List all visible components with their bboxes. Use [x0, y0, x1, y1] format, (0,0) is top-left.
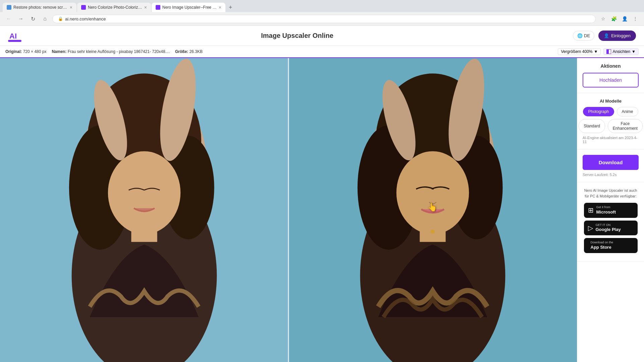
- apple-line1: Download on the: [591, 241, 613, 245]
- name-label: Namen:: [52, 49, 66, 54]
- tab-3[interactable]: Nero Image Upscaler--Free Phot... ×: [152, 3, 225, 12]
- promo-text: Nero AI Image Upscaler ist auch für PC &…: [583, 188, 639, 199]
- tab-2[interactable]: Nero Colorize Photo-Colorize Yo... ×: [77, 3, 151, 12]
- google-play-icon: ▷: [588, 224, 593, 232]
- app-store-text: Download on the App Store: [591, 241, 613, 250]
- home-button[interactable]: ⌂: [40, 14, 50, 23]
- google-line1: GET IT ON: [596, 223, 621, 227]
- reload-button[interactable]: ↻: [28, 14, 38, 23]
- svg-point-23: [431, 230, 435, 234]
- profile-icon[interactable]: 👤: [620, 14, 629, 23]
- svg-rect-2: [8, 40, 21, 42]
- name-value: Frau sehr kleine Auflösung - pixabay 186…: [68, 49, 170, 54]
- image-divider: [288, 58, 289, 362]
- globe-icon: 🌐: [577, 33, 583, 38]
- image-area: 👆: [0, 58, 577, 362]
- size-label: Größe:: [175, 49, 188, 54]
- tab-favicon-3: [156, 5, 160, 10]
- server-time: Server-Laufzeit: 5.2s: [583, 173, 639, 177]
- bookmark-icon[interactable]: ☆: [598, 14, 608, 23]
- tab-label-2: Nero Colorize Photo-Colorize Yo...: [88, 5, 142, 10]
- zoom-chevron-icon: ▼: [594, 49, 598, 54]
- app-store-button[interactable]: Download on the App Store: [584, 238, 638, 253]
- tab-close-2[interactable]: ×: [144, 5, 147, 10]
- original-image-half: [0, 58, 288, 362]
- original-label: Original:: [5, 49, 22, 54]
- tab-1[interactable]: Restore photos: remove scratch... ×: [3, 3, 76, 12]
- tab-close-1[interactable]: ×: [70, 5, 72, 10]
- address-bar[interactable]: 🔒 ai.nero.com/enhance: [52, 15, 596, 23]
- main-layout: 👆 Aktionen Hochladen AI Modelle Photogra…: [0, 58, 644, 362]
- browser-chrome: Restore photos: remove scratch... × Nero…: [0, 0, 644, 26]
- nav-icons: ☆ 🧩 👤 ⋮: [598, 14, 640, 23]
- extensions-icon[interactable]: 🧩: [609, 14, 619, 23]
- model-photograph-button[interactable]: Photograph: [583, 107, 614, 116]
- zoom-label: Vergrößern 400%: [561, 49, 592, 54]
- file-size: Größe: 26.3KB: [175, 49, 203, 54]
- promo-section: Nero AI Image Upscaler ist auch für PC &…: [577, 182, 644, 261]
- original-size: Original: 720 × 480 px: [5, 49, 46, 54]
- lock-icon: 🔒: [58, 16, 63, 21]
- file-name: Namen: Frau sehr kleine Auflösung - pixa…: [52, 49, 170, 54]
- page-title: Image Upscaler Online: [261, 32, 333, 40]
- actions-section: Aktionen Hochladen: [577, 58, 644, 93]
- model-face-button[interactable]: Face Enhancement: [608, 119, 643, 133]
- nav-bar: ← → ↻ ⌂ 🔒 ai.nero.com/enhance ☆ 🧩 👤 ⋮: [0, 12, 644, 25]
- login-label: Einloggen: [611, 33, 631, 38]
- grid-icon: [606, 49, 611, 54]
- google-play-text: GET IT ON Google Play: [596, 223, 621, 233]
- original-svg: [0, 58, 288, 362]
- lang-label: DE: [584, 33, 590, 38]
- svg-rect-12: [131, 221, 157, 242]
- microsoft-store-button[interactable]: ⊞ Get it from Microsoft: [584, 203, 638, 218]
- back-button[interactable]: ←: [4, 14, 13, 23]
- model-standard-button[interactable]: Standard: [579, 119, 605, 133]
- tab-label-1: Restore photos: remove scratch...: [13, 5, 68, 10]
- model-anime-button[interactable]: Anime: [617, 107, 638, 116]
- microsoft-store-text: Get it from Microsoft: [596, 205, 616, 215]
- login-button[interactable]: 👤 Einloggen: [598, 31, 636, 41]
- app-header: AI Image Upscaler Online 🌐 DE 👤 Einlogge…: [0, 26, 644, 46]
- toolbar: Original: 720 × 480 px Namen: Frau sehr …: [0, 46, 644, 58]
- svg-text:AI: AI: [9, 32, 17, 40]
- tab-favicon-2: [81, 5, 86, 10]
- view-chevron-icon: ▼: [632, 49, 636, 54]
- new-tab-button[interactable]: +: [226, 4, 235, 11]
- actions-title: Aktionen: [583, 63, 639, 69]
- zoom-dropdown[interactable]: Vergrößern 400% ▼: [558, 48, 601, 55]
- forward-button[interactable]: →: [16, 14, 25, 23]
- toolbar-right: Vergrößern 400% ▼ Ansichten ▼: [558, 48, 639, 55]
- upload-button[interactable]: Hochladen: [583, 73, 639, 87]
- download-button[interactable]: Download: [583, 155, 639, 170]
- download-section: Download Server-Laufzeit: 5.2s: [577, 149, 644, 182]
- tab-bar: Restore photos: remove scratch... × Nero…: [0, 0, 644, 12]
- language-button[interactable]: 🌐 DE: [573, 31, 594, 41]
- google-play-button[interactable]: ▷ GET IT ON Google Play: [584, 221, 638, 236]
- view-dropdown[interactable]: Ansichten ▼: [603, 48, 639, 55]
- sidebar: Aktionen Hochladen AI Modelle Photograph…: [577, 58, 644, 362]
- header-right: 🌐 DE 👤 Einloggen: [573, 31, 636, 41]
- enhanced-image-half: 👆: [288, 58, 577, 362]
- ai-models-title: AI Modelle: [583, 99, 639, 104]
- tab-favicon-1: [7, 5, 11, 10]
- original-value: 720 × 480 px: [23, 49, 47, 54]
- tab-close-3[interactable]: ×: [219, 5, 221, 10]
- enhanced-image: [288, 58, 577, 362]
- google-line2: Google Play: [596, 227, 621, 233]
- address-text: ai.nero.com/enhance: [65, 16, 590, 21]
- logo-svg: AI: [8, 29, 21, 43]
- ai-models-section: AI Modelle Photograph Anime Standard Fac…: [577, 93, 644, 149]
- original-image: [0, 58, 288, 362]
- logo: AI: [8, 29, 21, 43]
- ai-update-text: AI-Engine aktualisiert am 2023-4-11: [583, 136, 639, 144]
- tab-label-3: Nero Image Upscaler--Free Phot...: [162, 5, 217, 10]
- microsoft-line1: Get it from: [596, 205, 616, 209]
- microsoft-line2: Microsoft: [596, 209, 616, 215]
- model-row-2: Standard Face Enhancement: [583, 119, 639, 133]
- menu-icon[interactable]: ⋮: [631, 14, 640, 23]
- model-row-1: Photograph Anime: [583, 107, 639, 116]
- image-container: 👆: [0, 58, 577, 362]
- microsoft-icon: ⊞: [588, 206, 594, 214]
- user-icon: 👤: [604, 33, 609, 38]
- view-label: Ansichten: [612, 49, 630, 54]
